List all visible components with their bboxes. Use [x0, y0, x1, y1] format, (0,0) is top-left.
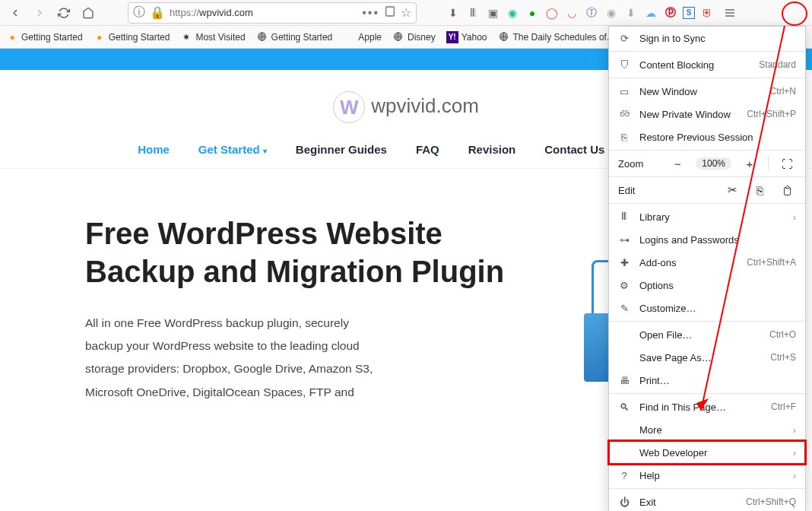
url-text: https://wpvivid.com — [170, 7, 357, 18]
bookmark-star-icon[interactable]: ☆ — [401, 5, 411, 20]
menu-customize[interactable]: ✎Customize… — [609, 297, 805, 319]
ext-green-icon[interactable]: ● — [525, 5, 540, 21]
chevron-right-icon: › — [793, 211, 796, 223]
menu-logins[interactable]: ⊶Logins and Passwords — [609, 228, 805, 251]
address-bar[interactable]: ⓘ 🔒 https://wpvivid.com ••• ☆ — [128, 2, 417, 24]
help-icon: ? — [618, 469, 630, 481]
page-actions-icon[interactable]: ••• — [362, 6, 379, 20]
bookmark-item[interactable]: ●Getting Started — [94, 31, 170, 43]
chevron-right-icon: › — [793, 470, 796, 481]
reader-icon[interactable] — [384, 5, 396, 21]
ext-bookmark-icon[interactable]: ◡ — [564, 5, 579, 21]
home-button[interactable] — [78, 2, 99, 24]
toolbar-right-icons: ⬇ 𝄃𝄃 ▣ ◉ ● ◯ ◡ Ⓣ ◉ ⬇ ☁ ⓟ S ⛨ — [446, 2, 741, 24]
menu-library[interactable]: 𝄃𝄃Library› — [609, 205, 805, 228]
ext-s-icon[interactable]: S — [683, 7, 695, 19]
ext-opera-icon[interactable]: ◯ — [544, 5, 560, 21]
app-menu-panel: ⟳Sign in to Sync ⛉Content BlockingStanda… — [608, 26, 806, 511]
logo-icon: W — [333, 91, 365, 123]
paste-button[interactable]: 📋︎ — [778, 184, 796, 197]
print-icon: 🖶 — [618, 374, 630, 386]
zoom-in-button[interactable]: + — [741, 157, 759, 170]
chevron-right-icon: › — [793, 447, 796, 459]
menu-new-window[interactable]: ▭New WindowCtrl+N — [609, 80, 805, 103]
zoom-out-button[interactable]: − — [668, 157, 687, 170]
nav-beginner-guides[interactable]: Beginner Guides — [296, 143, 387, 156]
ext-grey-icon[interactable]: ◉ — [604, 5, 619, 21]
shield-icon: ⛉ — [618, 59, 630, 71]
site-brand: wpvivid.com — [371, 94, 479, 117]
menu-addons[interactable]: ✚Add-onsCtrl+Shift+A — [609, 251, 805, 274]
bookmark-item[interactable]: 🌐︎Getting Started — [256, 31, 333, 43]
menu-sign-in-sync[interactable]: ⟳Sign in to Sync — [609, 27, 805, 49]
chevron-right-icon: › — [793, 424, 796, 436]
copy-button[interactable]: ⎘ — [750, 184, 769, 197]
menu-web-developer[interactable]: Web Developer› — [609, 441, 805, 464]
ext-down-grey-icon[interactable]: ⬇ — [623, 5, 639, 21]
menu-find[interactable]: 🔍︎Find in This Page…Ctrl+F — [609, 395, 805, 418]
library-icon[interactable]: 𝄃𝄃 — [465, 5, 481, 21]
nav-revision[interactable]: Revision — [468, 143, 516, 156]
menu-exit[interactable]: ⏻ExitCtrl+Shift+Q — [609, 490, 805, 511]
menu-zoom-row: Zoom − 100% + ⛶ — [609, 152, 805, 175]
menu-edit-row: Edit ✂ ⎘ 📋︎ — [609, 179, 805, 202]
bookmark-item[interactable]: ✷Most Visited — [180, 31, 245, 43]
power-icon: ⏻ — [618, 496, 630, 508]
puzzle-icon: ✚ — [618, 256, 630, 268]
bookmark-item[interactable]: 🌐︎Disney — [392, 31, 436, 43]
window-icon: ▭ — [618, 85, 630, 97]
forward-button[interactable] — [29, 2, 50, 24]
nav-home[interactable]: Home — [138, 143, 170, 156]
cut-button[interactable]: ✂ — [723, 183, 741, 197]
gear-icon: ⚙ — [618, 279, 630, 291]
reload-button[interactable] — [53, 2, 75, 24]
nav-get-started[interactable]: Get Started ▾ — [198, 143, 267, 156]
bookmark-item[interactable]: Y!Yahoo — [446, 31, 487, 43]
nav-contact[interactable]: Contact Us — [544, 143, 604, 156]
restore-icon: ⎘ — [618, 131, 630, 143]
app-menu-button[interactable] — [719, 2, 741, 24]
info-icon[interactable]: ⓘ — [133, 5, 145, 21]
downloads-icon[interactable]: ⬇ — [446, 5, 461, 21]
menu-options[interactable]: ⚙Options — [609, 274, 805, 297]
menu-save-page[interactable]: Save Page As…Ctrl+S — [609, 346, 805, 369]
menu-open-file[interactable]: Open File…Ctrl+O — [609, 323, 805, 346]
fullscreen-button[interactable]: ⛶ — [778, 157, 796, 170]
browser-toolbar: ⓘ 🔒 https://wpvivid.com ••• ☆ ⬇ 𝄃𝄃 ▣ ◉ ●… — [0, 0, 812, 26]
ext-pinterest-icon[interactable]: ⓟ — [663, 5, 678, 21]
menu-restore-session[interactable]: ⎘Restore Previous Session — [609, 125, 805, 148]
back-button[interactable] — [5, 2, 26, 24]
menu-more[interactable]: More› — [609, 418, 805, 441]
ext-t-icon[interactable]: Ⓣ — [584, 5, 599, 21]
ext-cloud-icon[interactable]: ☁ — [643, 5, 658, 21]
hero-body: All in one Free WordPress backup plugin,… — [85, 312, 389, 404]
chevron-down-icon: ▾ — [263, 147, 267, 155]
ext-ublock-icon[interactable]: ⛨ — [699, 5, 715, 21]
lock-icon: 🔒 — [150, 5, 165, 20]
mask-icon: 👓︎ — [618, 108, 630, 120]
zoom-value[interactable]: 100% — [696, 157, 731, 170]
sidebar-icon[interactable]: ▣ — [485, 5, 500, 21]
svg-rect-0 — [386, 7, 395, 16]
bookmark-item[interactable]: Apple — [343, 31, 382, 43]
nav-faq[interactable]: FAQ — [416, 143, 439, 156]
menu-new-private-window[interactable]: 👓︎New Private WindowCtrl+Shift+P — [609, 103, 805, 125]
menu-content-blocking[interactable]: ⛉Content BlockingStandard — [609, 53, 805, 76]
key-icon: ⊶ — [618, 233, 630, 246]
bookmark-item[interactable]: ●Getting Started — [6, 31, 83, 43]
menu-print[interactable]: 🖶Print… — [609, 369, 805, 392]
search-icon: 🔍︎ — [618, 401, 630, 413]
menu-help[interactable]: ?Help› — [609, 464, 805, 487]
paint-icon: ✎ — [618, 302, 630, 314]
library-icon: 𝄃𝄃 — [618, 211, 630, 223]
ext-grammarly-icon[interactable]: ◉ — [505, 5, 520, 21]
sync-icon: ⟳ — [618, 32, 630, 44]
hero-title: Free WordPress Website Backup and Migrat… — [85, 214, 553, 290]
bookmark-item[interactable]: 🌐︎The Daily Schedules of... — [498, 31, 614, 43]
